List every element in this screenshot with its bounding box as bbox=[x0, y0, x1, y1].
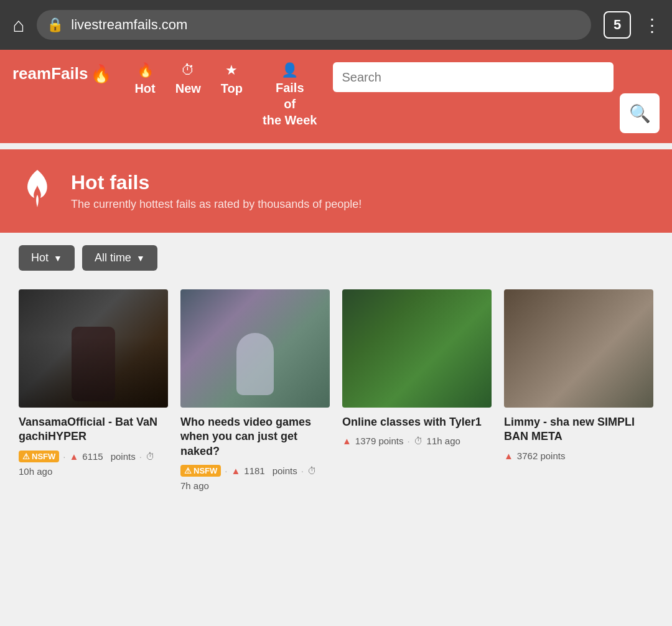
site-logo[interactable]: reamFails🔥 bbox=[0, 58, 124, 89]
site-header: reamFails🔥 🔥 Hot ⏱ New ★ Top 👤 Failsofth… bbox=[0, 50, 672, 143]
video-thumbnail-4 bbox=[504, 289, 653, 408]
search-button[interactable]: 🔍 bbox=[620, 93, 660, 133]
top-icon: ★ bbox=[225, 62, 238, 78]
logo-text: reamFails bbox=[12, 64, 88, 83]
hot-icon: 🔥 bbox=[137, 62, 154, 78]
points-label-1: points bbox=[111, 451, 136, 462]
hot-fails-text: Hot fails The currently hottest fails as… bbox=[71, 171, 362, 211]
video-meta-1: NSFW · ▲ 6115 points · ⏱ 10h ago bbox=[19, 451, 168, 477]
video-meta-3: ▲ 1379 points · ⏱ 11h ago bbox=[342, 436, 492, 446]
hot-fails-title: Hot fails bbox=[71, 171, 362, 194]
nav-items: 🔥 Hot ⏱ New ★ Top 👤 Failsofthe Week bbox=[124, 58, 327, 132]
browser-menu-icon[interactable]: ⋮ bbox=[643, 15, 660, 35]
filter-bar: Hot ▼ All time ▼ bbox=[0, 233, 672, 283]
video-time-3: 11h ago bbox=[427, 436, 460, 446]
tab-count[interactable]: 5 bbox=[604, 11, 631, 39]
video-meta-4: ▲ 3762 points bbox=[504, 451, 653, 461]
logo-flame-icon: 🔥 bbox=[90, 63, 112, 84]
time-filter-label: All time bbox=[95, 251, 131, 264]
video-title-4: Limmy - sha new SIMPLI BAN META bbox=[504, 415, 653, 444]
fails-icon: 👤 bbox=[281, 62, 298, 78]
video-time-1: 10h ago bbox=[19, 466, 52, 477]
search-area: 🔍 bbox=[327, 58, 660, 133]
hot-fails-banner: Hot fails The currently hottest fails as… bbox=[0, 149, 672, 233]
url-text: livestreamfails.com bbox=[71, 17, 187, 33]
top-label: Top bbox=[221, 81, 243, 96]
video-thumbnail-1 bbox=[19, 289, 168, 408]
nav-new[interactable]: ⏱ New bbox=[166, 58, 211, 100]
video-thumbnail-3 bbox=[342, 289, 492, 408]
video-points-3: 1379 points bbox=[355, 436, 404, 446]
new-label: New bbox=[175, 81, 201, 96]
lock-icon: 🔒 bbox=[47, 17, 63, 33]
search-input-wrapper[interactable] bbox=[333, 62, 614, 92]
fails-label: Failsofthe Week bbox=[263, 80, 317, 128]
video-card-2[interactable]: Who needs video games when you can just … bbox=[180, 289, 330, 491]
nav-fails[interactable]: 👤 Failsofthe Week bbox=[253, 58, 327, 132]
video-title-2: Who needs video games when you can just … bbox=[180, 415, 330, 459]
home-icon[interactable]: ⌂ bbox=[12, 14, 24, 37]
nsfw-badge-2: NSFW bbox=[180, 465, 221, 477]
hot-fails-description: The currently hottest fails as rated by … bbox=[71, 198, 362, 211]
video-grid: VansamaOfficial - Bat VaN gachiHYPER NSF… bbox=[0, 283, 672, 510]
video-time-2: 7h ago bbox=[180, 480, 209, 491]
time-filter-arrow: ▼ bbox=[136, 253, 145, 263]
hot-label: Hot bbox=[134, 81, 155, 96]
video-meta-2: NSFW · ▲ 1181 points · ⏱ 7h ago bbox=[180, 465, 330, 491]
video-points-4: 3762 points bbox=[517, 451, 566, 461]
points-label-2: points bbox=[273, 465, 297, 476]
video-points-1: 6115 bbox=[82, 451, 103, 462]
address-bar[interactable]: 🔒 livestreamfails.com bbox=[37, 10, 591, 40]
sort-filter-label: Hot bbox=[31, 251, 49, 264]
video-card-1[interactable]: VansamaOfficial - Bat VaN gachiHYPER NSF… bbox=[19, 289, 168, 491]
nsfw-badge-1: NSFW bbox=[19, 451, 59, 462]
search-input[interactable] bbox=[342, 70, 605, 85]
video-title-1: VansamaOfficial - Bat VaN gachiHYPER bbox=[19, 415, 168, 444]
video-points-2: 1181 bbox=[244, 465, 264, 476]
nav-top[interactable]: ★ Top bbox=[211, 58, 253, 100]
video-card-3[interactable]: Online classes with Tyler1 ▲ 1379 points… bbox=[342, 289, 492, 491]
video-card-4[interactable]: Limmy - sha new SIMPLI BAN META ▲ 3762 p… bbox=[504, 289, 653, 491]
video-thumbnail-2 bbox=[180, 289, 330, 408]
search-icon: 🔍 bbox=[629, 103, 651, 124]
browser-chrome: ⌂ 🔒 livestreamfails.com 5 ⋮ bbox=[0, 0, 672, 50]
sort-filter-button[interactable]: Hot ▼ bbox=[19, 245, 75, 271]
video-title-3: Online classes with Tyler1 bbox=[342, 415, 492, 429]
sort-filter-arrow: ▼ bbox=[54, 253, 62, 263]
hot-fails-flame-icon bbox=[19, 167, 56, 215]
new-icon: ⏱ bbox=[181, 62, 195, 78]
nav-hot[interactable]: 🔥 Hot bbox=[124, 58, 165, 100]
time-filter-button[interactable]: All time ▼ bbox=[82, 245, 157, 271]
